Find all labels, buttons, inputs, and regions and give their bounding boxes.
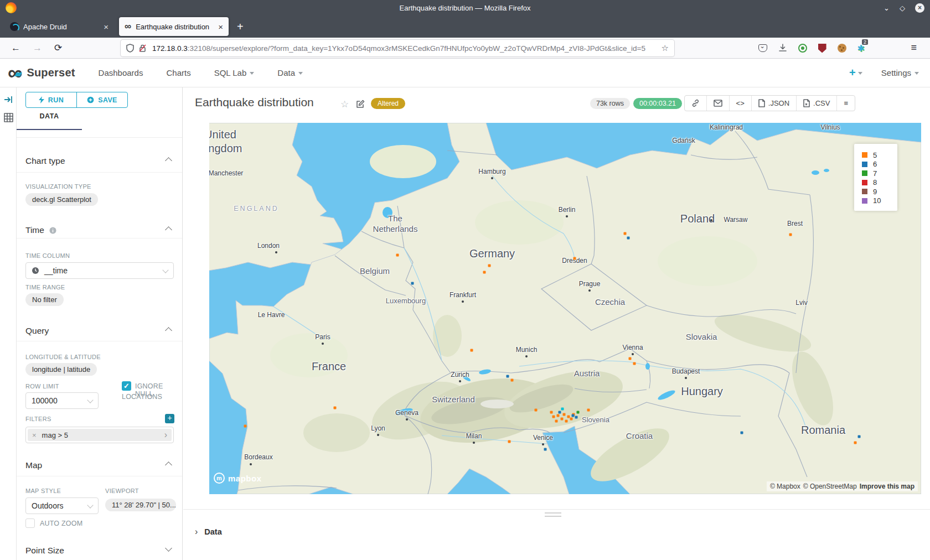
scatter-point[interactable] [557,414,560,417]
map-canvas[interactable]: 5678910 m mapbox © Mapbox © OpenStreetMa… [209,123,921,494]
section-query[interactable]: Query [25,326,49,336]
bookmark-star-icon[interactable]: ☆ [662,43,669,53]
email-button[interactable] [706,96,729,111]
section-point-size[interactable]: Point Size [25,546,64,556]
scatter-point[interactable] [624,232,627,235]
scatter-point[interactable] [561,408,564,411]
filter-chip[interactable]: × mag > 5 › [28,429,172,441]
window-close-button[interactable]: × [915,3,924,13]
scatter-point[interactable] [550,411,553,414]
scatter-point[interactable] [511,379,514,382]
chevron-up-icon[interactable] [165,327,172,334]
insecure-lock-icon[interactable] [138,44,147,53]
scatter-point[interactable] [575,416,578,419]
export-csv-button[interactable]: .CSV [796,96,836,111]
nav-dashboards[interactable]: Dashboards [99,68,143,77]
scatter-point[interactable] [629,357,632,360]
ignore-null-checkbox[interactable]: ✓ [122,381,131,391]
chevron-up-icon[interactable] [165,157,172,164]
tab-close-icon[interactable]: × [218,22,223,32]
scatter-point[interactable] [627,237,630,240]
dataset-grid-icon[interactable] [4,113,13,122]
cookie-extension-icon[interactable] [838,44,846,53]
scatter-point[interactable] [411,282,414,285]
lonlat-value[interactable]: longitude | latitude [25,363,97,376]
view-query-button[interactable]: <> [729,96,751,111]
scatter-point[interactable] [577,411,580,414]
scatter-point[interactable] [244,425,247,428]
tab-close-icon[interactable]: × [104,22,108,32]
improve-map-link[interactable]: Improve this map [860,483,914,490]
scatter-point[interactable] [854,442,857,444]
tracking-shield-icon[interactable] [126,44,134,53]
pocket-icon[interactable] [758,44,767,52]
export-json-button[interactable]: .JSON [751,96,796,111]
scatter-point[interactable] [508,440,511,443]
scatter-point[interactable] [565,420,568,423]
scatter-point[interactable] [741,432,743,434]
scatter-point[interactable] [789,234,792,236]
window-maximize-button[interactable]: ◇ [900,4,905,12]
browser-tab-apache-druid[interactable]: Apache Druid × [4,17,114,36]
scatter-point[interactable] [570,418,573,421]
chevron-up-icon[interactable] [165,226,172,234]
add-filter-button[interactable]: + [165,414,174,423]
url-bar[interactable]: 172.18.0.3:32108/superset/explore/?form_… [121,40,674,56]
superset-brand[interactable]: ∞ Superset [8,65,75,81]
scatter-point[interactable] [535,409,538,412]
window-minimize-button[interactable]: ⌄ [884,4,890,12]
firefox-menu-button[interactable]: ≡ [911,42,917,54]
scatter-point[interactable] [858,435,861,438]
remove-filter-icon[interactable]: × [32,431,37,439]
scatter-point[interactable] [587,409,590,412]
map-style-select[interactable]: Outdoors [25,497,99,514]
edit-title-icon[interactable] [356,100,365,111]
viewport-value[interactable]: 11° 28' 29.70" | 50... [105,499,176,511]
tab-data[interactable]: DATA [17,112,82,130]
scatter-point[interactable] [563,413,566,416]
save-button[interactable]: SAVE [76,92,127,107]
scatter-point[interactable] [334,407,337,409]
resize-handle[interactable] [545,512,561,519]
scatter-point[interactable] [633,362,636,365]
scatter-point[interactable] [488,265,491,267]
altered-badge[interactable]: Altered [371,98,405,109]
mapbox-attribution-link[interactable]: © Mapbox [770,483,800,490]
chevron-up-icon[interactable] [165,462,172,469]
mapbox-logo[interactable]: m mapbox [214,473,262,484]
back-button[interactable]: ← [11,43,20,54]
copy-link-button[interactable] [685,96,706,111]
nav-data[interactable]: Data [277,68,303,77]
scatter-point[interactable] [544,448,547,451]
nav-sql-lab[interactable]: SQL Lab [214,68,255,77]
scatter-point[interactable] [572,414,575,417]
settings-menu[interactable]: Settings [881,68,919,77]
new-button[interactable]: + [849,66,862,79]
chevron-down-icon[interactable] [165,545,172,552]
browser-tab-earthquake-distribution[interactable]: ∞ Earthquake distribution × [119,17,229,36]
data-panel-toggle[interactable]: › Data [195,527,222,537]
reload-button[interactable]: ⟳ [54,42,62,54]
run-button[interactable]: RUN [26,92,76,107]
auto-zoom-checkbox[interactable] [25,518,35,528]
scatter-point[interactable] [559,411,561,414]
osm-attribution-link[interactable]: © OpenStreetMap [803,483,857,490]
collapse-panel-icon[interactable] [4,95,14,104]
time-range-value[interactable]: No filter [25,293,64,306]
chart-menu-button[interactable]: ≡ [836,96,855,111]
scatter-point[interactable] [507,375,509,378]
section-map[interactable]: Map [25,460,42,470]
nav-charts[interactable]: Charts [166,68,190,77]
scatter-point[interactable] [555,420,558,423]
scatter-point[interactable] [396,254,399,257]
scatter-point[interactable] [561,418,564,421]
forward-button[interactable]: → [33,43,42,54]
scatter-point[interactable] [471,349,473,352]
section-time[interactable]: Time [25,225,56,235]
ublock-shield-icon[interactable] [818,44,826,53]
extension-green-icon[interactable] [798,44,807,53]
section-chart-type[interactable]: Chart type [25,156,65,166]
new-tab-button[interactable]: + [237,20,244,33]
time-column-select[interactable]: __time [25,262,174,279]
viz-type-value[interactable]: deck.gl Scatterplot [25,193,98,206]
